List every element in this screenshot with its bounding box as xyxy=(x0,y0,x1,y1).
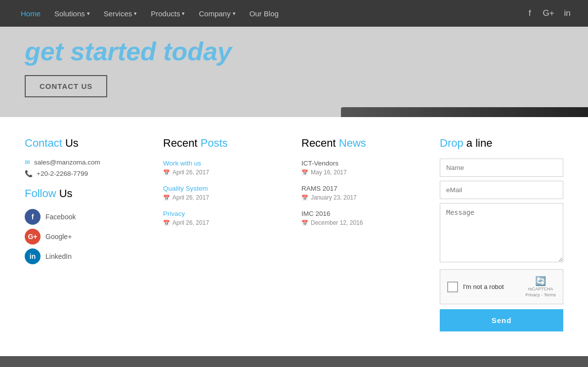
nav-social: f G+ in xyxy=(524,8,573,18)
recaptcha-links: Privacy - Terms xyxy=(525,292,556,298)
news-date-1: 📅 May 16, 2017 xyxy=(301,169,425,176)
news-date-3: 📅 December 12, 2016 xyxy=(301,219,425,226)
social-google[interactable]: G+ Google+ xyxy=(25,229,148,245)
recent-news-column: Recent News ICT-Vendors 📅 May 16, 2017 R… xyxy=(301,137,425,331)
form-title: Drop a line xyxy=(440,137,563,150)
hero-image-bar xyxy=(341,107,588,117)
linkedin-icon: in xyxy=(25,248,41,264)
social-list: f Facebook G+ Google+ in LinkedIn xyxy=(25,209,148,264)
cal-news-icon-1: 📅 xyxy=(301,169,308,176)
news-item-1: ICT-Vendors 📅 May 16, 2017 xyxy=(301,159,425,176)
contact-title: Contact Us xyxy=(25,137,148,150)
captcha-label: I'm not a robot xyxy=(463,283,504,290)
calendar-icon-3: 📅 xyxy=(163,220,170,226)
post-date-1: 📅 April 26, 2017 xyxy=(163,169,287,176)
cal-news-icon-2: 📅 xyxy=(301,195,308,201)
news-link-1[interactable]: ICT-Vendors xyxy=(301,160,338,167)
nav-home[interactable]: Home xyxy=(15,0,46,27)
message-textarea[interactable] xyxy=(440,203,563,262)
nav-services[interactable]: Services ▾ xyxy=(98,0,143,27)
post-date-3: 📅 April 26, 2017 xyxy=(163,219,287,226)
news-item-2: RAMS 2017 📅 January 23, 2017 xyxy=(301,184,425,201)
email-icon: ✉ xyxy=(25,159,30,166)
post-link-1[interactable]: Work with us xyxy=(163,160,201,167)
name-input[interactable] xyxy=(440,159,563,177)
cal-news-icon-3: 📅 xyxy=(301,220,308,226)
post-item-2: Quality System 📅 April 26, 2017 xyxy=(163,184,287,201)
hero-title: get started today xyxy=(25,37,563,66)
follow-title: Follow Us xyxy=(25,187,148,200)
nav-linkedin-icon[interactable]: in xyxy=(561,8,573,18)
send-button[interactable]: Send xyxy=(440,309,563,331)
contact-column: Contact Us ✉ sales@manzoma.com 📞 +20-2-2… xyxy=(25,137,148,331)
contact-us-button[interactable]: CONTACT US xyxy=(25,75,107,97)
news-item-3: IMC 2016 📅 December 12, 2016 xyxy=(301,209,425,226)
nav-facebook-icon[interactable]: f xyxy=(524,8,536,18)
hero-section: get started today CONTACT US xyxy=(0,27,588,117)
google-label: Google+ xyxy=(45,233,72,241)
post-link-3[interactable]: Privacy xyxy=(163,210,185,217)
news-date-2: 📅 January 23, 2017 xyxy=(301,194,425,201)
nav-blog[interactable]: Our Blog xyxy=(244,0,285,27)
post-link-2[interactable]: Quality System xyxy=(163,185,208,192)
contact-phone: +20-2-2268-7799 xyxy=(37,170,88,177)
facebook-icon: f xyxy=(25,209,41,225)
social-facebook[interactable]: f Facebook xyxy=(25,209,148,225)
main-content: Contact Us ✉ sales@manzoma.com 📞 +20-2-2… xyxy=(0,117,588,356)
google-icon: G+ xyxy=(25,229,41,245)
email-input[interactable] xyxy=(440,181,563,199)
post-date-2: 📅 April 26, 2017 xyxy=(163,194,287,201)
footer: Copyright © 2017 Manzoma Technology Solu… xyxy=(0,356,588,367)
calendar-icon-1: 📅 xyxy=(163,169,170,176)
recaptcha-logo: 🔄 xyxy=(525,276,556,286)
contact-email-row: ✉ sales@manzoma.com xyxy=(25,159,148,166)
recaptcha-box: I'm not a robot 🔄 reCAPTCHA Privacy - Te… xyxy=(440,269,563,304)
calendar-icon-2: 📅 xyxy=(163,195,170,201)
recent-posts-title: Recent Posts xyxy=(163,137,287,150)
follow-section: Follow Us f Facebook G+ Google+ in Linke… xyxy=(25,187,148,264)
recaptcha-right: 🔄 reCAPTCHA Privacy - Terms xyxy=(525,276,556,298)
recent-posts-column: Recent Posts Work with us 📅 April 26, 20… xyxy=(163,137,287,331)
nav-products[interactable]: Products ▾ xyxy=(145,0,191,27)
recaptcha-brand: reCAPTCHA xyxy=(525,286,556,292)
post-item-1: Work with us 📅 April 26, 2017 xyxy=(163,159,287,176)
recaptcha-left: I'm not a robot xyxy=(447,282,504,292)
post-item-3: Privacy 📅 April 26, 2017 xyxy=(163,209,287,226)
nav-google-icon[interactable]: G+ xyxy=(543,8,554,18)
contact-info: ✉ sales@manzoma.com 📞 +20-2-2268-7799 xyxy=(25,159,148,177)
contact-email: sales@manzoma.com xyxy=(34,159,100,166)
form-section: Drop a line I'm not a robot 🔄 reCAPTCHA … xyxy=(440,137,563,331)
social-linkedin[interactable]: in LinkedIn xyxy=(25,248,148,264)
captcha-checkbox[interactable] xyxy=(447,282,458,292)
facebook-label: Facebook xyxy=(45,213,76,221)
phone-icon: 📞 xyxy=(25,170,33,177)
linkedin-label: LinkedIn xyxy=(45,252,72,260)
nav-links: Home Solutions ▾ Services ▾ Products ▾ C… xyxy=(15,0,285,27)
nav-solutions[interactable]: Solutions ▾ xyxy=(48,0,96,27)
recent-news-title: Recent News xyxy=(301,137,425,150)
nav-company[interactable]: Company ▾ xyxy=(193,0,241,27)
navbar: Home Solutions ▾ Services ▾ Products ▾ C… xyxy=(0,0,588,27)
news-link-2[interactable]: RAMS 2017 xyxy=(301,185,337,192)
news-link-3[interactable]: IMC 2016 xyxy=(301,210,331,217)
contact-phone-row: 📞 +20-2-2268-7799 xyxy=(25,170,148,177)
